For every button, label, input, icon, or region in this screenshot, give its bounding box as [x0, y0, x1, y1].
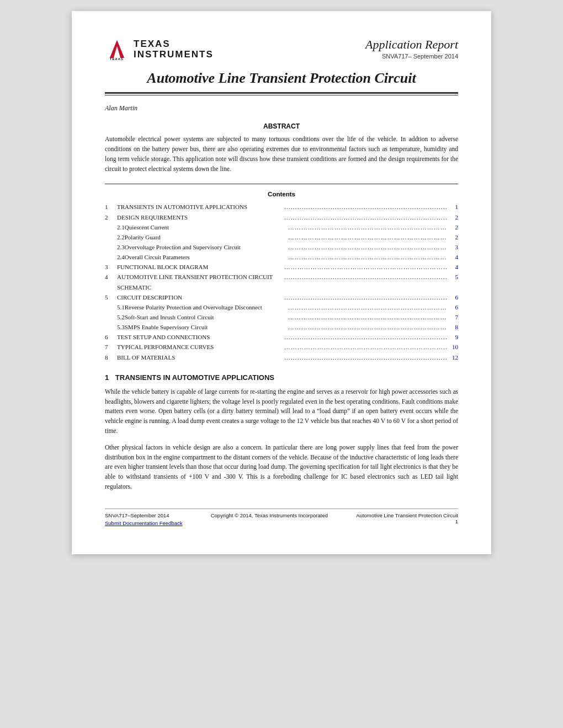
footer-right: Automotive Line Transient Protection Cir… — [356, 512, 458, 524]
toc-page: 8 — [447, 322, 458, 332]
svg-text:TEXAS: TEXAS — [110, 57, 124, 61]
toc-label: TRANSIENTS IN AUTOMOTIVE APPLICATIONS — [117, 202, 282, 212]
toc-label: TYPICAL PERFORMANCE CURVES — [117, 342, 282, 352]
toc-num: 2 — [105, 212, 117, 222]
toc-sub-num: 5.1 — [105, 302, 125, 312]
toc-row: 6 TEST SETUP AND CONNECTIONS ……………………………… — [105, 332, 458, 342]
toc-row: 5.3 SMPS Enable Supervisory Circuit …………… — [105, 322, 458, 332]
ti-logo-icon: TEXAS — [105, 38, 129, 62]
toc-sub-num: 2.3 — [105, 242, 125, 252]
toc-label: Soft-Start and Inrush Control Circuit — [125, 312, 286, 322]
toc-page: 2 — [447, 222, 458, 232]
toc-dots: ………………………………………………………………………………………………………… — [286, 322, 447, 332]
toc-dots: ………………………………………………………………………………………………………… — [282, 202, 447, 212]
toc-label: TEST SETUP AND CONNECTIONS — [117, 332, 282, 342]
toc-dots: ………………………………………………………………………………………………………… — [282, 342, 447, 352]
toc-sub-num: 5.2 — [105, 312, 125, 322]
toc-label: Quiescent Current — [125, 222, 286, 232]
abstract-heading: ABSTRACT — [105, 122, 458, 130]
toc-page: 12 — [447, 352, 458, 362]
abstract-rule — [105, 184, 458, 184]
logo-area: TEXAS TEXAS INSTRUMENTS — [105, 38, 214, 62]
ti-instruments-label: INSTRUMENTS — [134, 50, 214, 60]
toc-num: 6 — [105, 332, 117, 342]
toc-sub-num: 2.4 — [105, 252, 125, 262]
app-report-title: Application Report — [365, 38, 458, 52]
footer-copyright: Copyright © 2014, Texas Instruments Inco… — [182, 512, 356, 518]
toc-sub-num: 2.2 — [105, 232, 125, 242]
toc-dots: ………………………………………………………………………………………………………… — [282, 352, 447, 362]
toc-label: Reverse Polarity Protection and Overvolt… — [125, 302, 286, 312]
toc-page: 6 — [447, 302, 458, 312]
toc-num: 4 — [105, 272, 117, 282]
submit-feedback-link[interactable]: Submit Documentation Feedback — [105, 520, 182, 526]
toc-dots: ………………………………………………………………………………………………………… — [282, 332, 447, 342]
toc-dots: ………………………………………………………………………………………………………… — [286, 222, 447, 232]
toc-row: 1 TRANSIENTS IN AUTOMOTIVE APPLICATIONS … — [105, 202, 458, 212]
toc-num: 1 — [105, 202, 117, 212]
footer-doc-title: Automotive Line Transient Protection Cir… — [356, 512, 458, 518]
toc-row: 2.2 Polarity Guard ………………………………………………………… — [105, 232, 458, 242]
toc-label: CIRCUIT DESCRIPTION — [117, 292, 282, 302]
title-rule-bottom — [105, 95, 458, 95]
toc-label: Overall Circuit Parameters — [125, 252, 286, 262]
toc-page: 6 — [447, 292, 458, 302]
toc-num: 3 — [105, 262, 117, 272]
toc-page: 1 — [447, 202, 458, 212]
toc-dots: ………………………………………………………………………………………………………… — [282, 212, 447, 222]
toc-dots: ………………………………………………………………………………………………………… — [286, 252, 447, 262]
toc-row: 5 CIRCUIT DESCRIPTION ………………………………………………… — [105, 292, 458, 302]
toc-row: 2 DESIGN REQUIREMENTS ………………………………………………… — [105, 212, 458, 222]
toc-label: BILL OF MATERIALS — [117, 352, 282, 362]
ti-brand-text: TEXAS INSTRUMENTS — [134, 39, 214, 60]
doc-id-header: SNVA717– September 2014 — [365, 53, 458, 60]
toc-row: 2.4 Overall Circuit Parameters ………………………… — [105, 252, 458, 262]
toc-dots: ………………………………………………………………………………………………………… — [286, 312, 447, 322]
ti-logo: TEXAS TEXAS INSTRUMENTS — [105, 38, 214, 62]
toc-row: 5.1 Reverse Polarity Protection and Over… — [105, 302, 458, 312]
toc-page: 7 — [447, 312, 458, 322]
author-name: Alan Martin — [105, 104, 458, 113]
toc-num: 8 — [105, 352, 117, 362]
footer-doc-id: SNVA717–September 2014 — [105, 512, 182, 518]
toc-row: 5.2 Soft-Start and Inrush Control Circui… — [105, 312, 458, 322]
toc-dots: ………………………………………………………………………………………………………… — [282, 272, 447, 282]
toc-label: DESIGN REQUIREMENTS — [117, 212, 282, 222]
toc-label: Overvoltage Protection and Supervisory C… — [125, 242, 286, 252]
section-1-title: TRANSIENTS IN AUTOMOTIVE APPLICATIONS — [115, 373, 274, 382]
toc-page: 2 — [447, 232, 458, 242]
document-page: TEXAS TEXAS INSTRUMENTS Application Repo… — [72, 11, 491, 554]
toc-label: FUNCTIONAL BLOCK DIAGRAM — [117, 262, 282, 272]
document-title: Automotive Line Transient Protection Cir… — [105, 69, 458, 87]
toc-dots: ………………………………………………………………………………………………………… — [286, 302, 447, 312]
toc-row: 4 AUTOMOTIVE LINE TRANSIENT PROTECTION C… — [105, 272, 458, 292]
toc-page: 4 — [447, 262, 458, 272]
section-1-para-1: While the vehicle battery is capable of … — [105, 387, 458, 436]
toc-dots: ………………………………………………………………………………………………………… — [286, 232, 447, 242]
toc-sub-num: 2.1 — [105, 222, 125, 232]
toc-page: 9 — [447, 332, 458, 342]
toc-page: 3 — [447, 242, 458, 252]
toc-dots: ………………………………………………………………………………………………………… — [282, 262, 447, 272]
section-1-para-2: Other physical factors in vehicle design… — [105, 443, 458, 492]
toc-row: 3 FUNCTIONAL BLOCK DIAGRAM …………………………………… — [105, 262, 458, 272]
toc-label: Polarity Guard — [125, 232, 286, 242]
toc-page: 4 — [447, 252, 458, 262]
toc-label: SMPS Enable Supervisory Circuit — [125, 322, 286, 332]
footer-page-num: 1 — [455, 518, 458, 524]
toc-row: 2.3 Overvoltage Protection and Superviso… — [105, 242, 458, 252]
page-footer: SNVA717–September 2014 Submit Documentat… — [105, 508, 458, 526]
footer-center: Copyright © 2014, Texas Instruments Inco… — [182, 512, 356, 518]
toc-num: 5 — [105, 292, 117, 302]
ti-texas-label: TEXAS — [134, 39, 214, 50]
toc-num: 7 — [105, 342, 117, 352]
page-header: TEXAS TEXAS INSTRUMENTS Application Repo… — [105, 38, 458, 62]
section-1-heading: 1 TRANSIENTS IN AUTOMOTIVE APPLICATIONS — [105, 373, 458, 382]
toc-row: 2.1 Quiescent Current ………………………………………………… — [105, 222, 458, 232]
toc-row: 8 BILL OF MATERIALS ……………………………………………………… — [105, 352, 458, 362]
app-report-area: Application Report SNVA717– September 20… — [365, 38, 458, 60]
section-1-num: 1 — [105, 373, 109, 382]
toc-page: 5 — [447, 272, 458, 282]
toc-page: 2 — [447, 212, 458, 222]
footer-left: SNVA717–September 2014 Submit Documentat… — [105, 512, 182, 526]
